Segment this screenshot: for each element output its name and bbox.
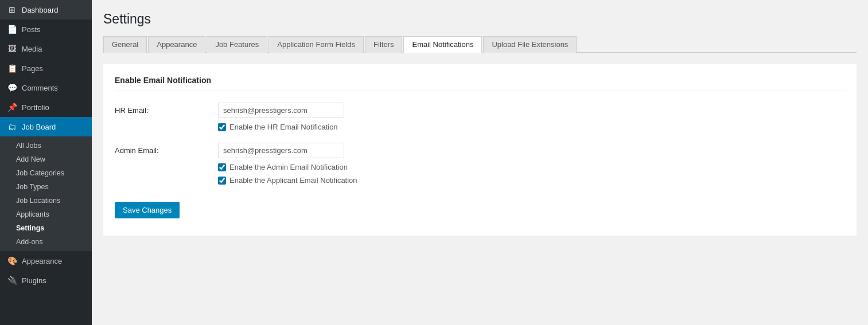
sidebar-label-job-board: Job Board	[22, 123, 56, 131]
submenu-item-job-types[interactable]: Job Types	[0, 180, 92, 194]
save-changes-button[interactable]: Save Changes	[115, 202, 180, 218]
applicant-email-checkbox[interactable]	[218, 177, 226, 185]
hr-email-checkbox[interactable]	[218, 123, 226, 131]
job-board-icon: 🗂	[7, 122, 17, 131]
sidebar-label-portfolio: Portfolio	[22, 103, 49, 112]
applicant-email-checkbox-label[interactable]: Enable the Applicant Email Notification	[218, 176, 357, 185]
submenu-item-job-categories[interactable]: Job Categories	[0, 166, 92, 180]
appearance-icon: 🎨	[7, 256, 17, 265]
sidebar-item-media[interactable]: 🖼Media	[0, 39, 92, 58]
hr-email-input[interactable]	[218, 103, 344, 118]
submenu-item-all-jobs[interactable]: All Jobs	[0, 139, 92, 152]
tab-general[interactable]: General	[103, 36, 147, 53]
hr-email-checkbox-text: Enable the HR Email Notification	[229, 123, 338, 131]
submenu-item-add-ons[interactable]: Add-ons	[0, 235, 92, 249]
admin-email-label: Admin Email:	[115, 143, 218, 155]
sidebar-item-appearance[interactable]: 🎨Appearance	[0, 251, 92, 271]
main-content: Settings GeneralAppearanceJob FeaturesAp…	[92, 0, 868, 325]
section-title: Enable Email Notification	[115, 76, 845, 91]
sidebar-label-appearance: Appearance	[22, 257, 62, 265]
page-title: Settings	[103, 11, 857, 27]
hr-email-controls: Enable the HR Email Notification	[218, 103, 344, 131]
tab-email-notifications[interactable]: Email Notifications	[403, 36, 482, 53]
submenu-item-job-locations[interactable]: Job Locations	[0, 194, 92, 207]
posts-icon: 📄	[7, 25, 17, 34]
tab-appearance[interactable]: Appearance	[148, 36, 205, 53]
submenu-item-applicants[interactable]: Applicants	[0, 207, 92, 221]
pages-icon: 📋	[7, 64, 17, 73]
sidebar-label-comments: Comments	[22, 84, 58, 92]
media-icon: 🖼	[7, 44, 17, 53]
sidebar-label-plugins: Plugins	[22, 276, 46, 285]
sidebar-item-plugins[interactable]: 🔌Plugins	[0, 271, 92, 290]
submenu-item-settings[interactable]: Settings	[0, 221, 92, 235]
submenu-item-add-new[interactable]: Add New	[0, 152, 92, 166]
admin-email-checkbox-label[interactable]: Enable the Admin Email Notification	[218, 163, 357, 171]
hr-email-row: HR Email: Enable the HR Email Notificati…	[115, 103, 845, 131]
admin-email-checkbox-text: Enable the Admin Email Notification	[229, 163, 348, 171]
admin-email-input[interactable]	[218, 143, 344, 158]
tab-filters[interactable]: Filters	[365, 36, 402, 53]
sidebar-label-dashboard: Dashboard	[22, 6, 59, 14]
admin-email-row: Admin Email: Enable the Admin Email Noti…	[115, 143, 845, 185]
hr-email-label: HR Email:	[115, 103, 218, 115]
sidebar-item-job-board[interactable]: 🗂Job Board	[0, 117, 92, 136]
job-board-submenu: All JobsAdd NewJob CategoriesJob TypesJo…	[0, 136, 92, 251]
applicant-email-checkbox-text: Enable the Applicant Email Notification	[229, 176, 357, 185]
admin-email-checkbox[interactable]	[218, 163, 226, 171]
settings-tabs: GeneralAppearanceJob FeaturesApplication…	[103, 36, 857, 53]
sidebar-label-pages: Pages	[22, 64, 43, 73]
tab-upload-file-extensions[interactable]: Upload File Extensions	[483, 36, 577, 53]
hr-email-checkbox-label[interactable]: Enable the HR Email Notification	[218, 123, 344, 131]
settings-section: Enable Email Notification HR Email: Enab…	[103, 64, 857, 236]
dashboard-icon: ⊞	[7, 5, 17, 14]
sidebar-item-comments[interactable]: 💬Comments	[0, 78, 92, 97]
tab-application-form-fields[interactable]: Application Form Fields	[268, 36, 364, 53]
plugins-icon: 🔌	[7, 276, 17, 285]
sidebar-item-portfolio[interactable]: 📌Portfolio	[0, 97, 92, 117]
portfolio-icon: 📌	[7, 103, 17, 112]
sidebar-item-dashboard[interactable]: ⊞Dashboard	[0, 0, 92, 19]
admin-email-controls: Enable the Admin Email Notification Enab…	[218, 143, 357, 185]
sidebar-label-posts: Posts	[22, 25, 41, 34]
sidebar-label-media: Media	[22, 45, 42, 53]
comments-icon: 💬	[7, 83, 17, 92]
tab-job-features[interactable]: Job Features	[207, 36, 267, 53]
sidebar-item-posts[interactable]: 📄Posts	[0, 19, 92, 39]
sidebar-item-pages[interactable]: 📋Pages	[0, 58, 92, 78]
sidebar: ⊞Dashboard📄Posts🖼Media📋Pages💬Comments📌Po…	[0, 0, 92, 325]
